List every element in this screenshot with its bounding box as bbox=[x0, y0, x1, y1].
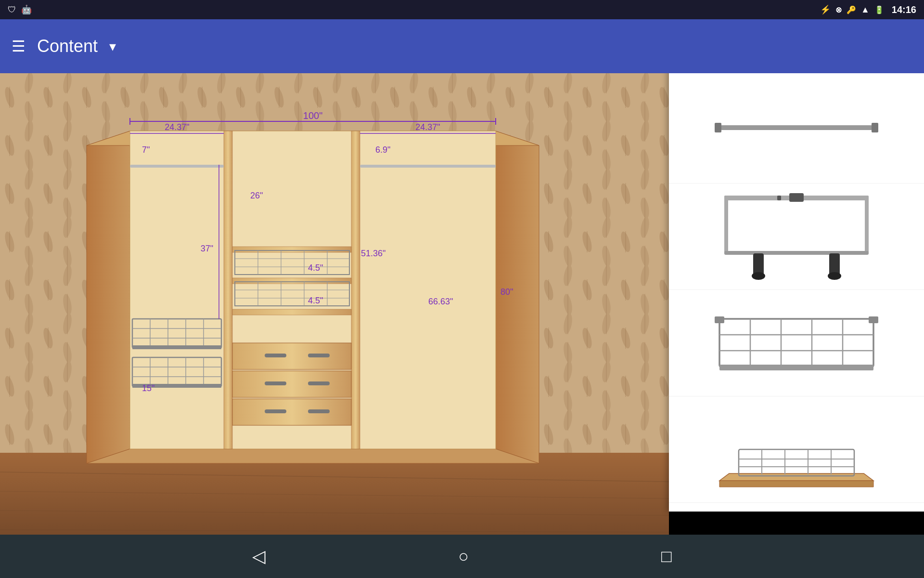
svg-rect-28 bbox=[132, 345, 221, 349]
svg-text:51.36": 51.36" bbox=[361, 249, 385, 258]
unit-item-basket[interactable] bbox=[669, 290, 924, 396]
svg-rect-97 bbox=[719, 365, 873, 370]
content-dropdown[interactable]: ▾ bbox=[109, 39, 116, 54]
svg-rect-39 bbox=[232, 309, 351, 315]
app-title: Content bbox=[37, 36, 98, 56]
svg-text:4.5": 4.5" bbox=[308, 296, 323, 305]
svg-marker-15 bbox=[87, 449, 539, 463]
clock: 14:16 bbox=[892, 4, 916, 15]
unit-image-shelf-basket bbox=[710, 406, 883, 493]
svg-text:24.37": 24.37" bbox=[415, 122, 440, 132]
bluetooth-icon: ⚡ bbox=[820, 4, 831, 15]
unit-image-basket bbox=[710, 300, 883, 386]
svg-rect-88 bbox=[865, 196, 869, 253]
svg-rect-54 bbox=[232, 343, 351, 369]
svg-text:100": 100" bbox=[303, 110, 322, 121]
svg-rect-108 bbox=[739, 449, 854, 476]
svg-marker-14 bbox=[496, 131, 539, 463]
svg-rect-83 bbox=[719, 125, 873, 130]
svg-text:15": 15" bbox=[142, 383, 154, 393]
back-button[interactable]: ◁ bbox=[252, 546, 266, 566]
svg-rect-20 bbox=[130, 165, 224, 168]
svg-text:80": 80" bbox=[500, 287, 513, 297]
add-unit-panel: Add Unit × bbox=[669, 21, 924, 512]
main-3d-view: 100" 24.37" 7" 26" 37" 4.5" 4.5" 51.36" … bbox=[0, 73, 669, 559]
app-bar: ☰ Content ▾ bbox=[0, 19, 924, 73]
svg-rect-56 bbox=[232, 399, 351, 425]
svg-text:24.37": 24.37" bbox=[165, 122, 189, 132]
vpn-icon: 🔑 bbox=[847, 5, 856, 14]
unit-image-pulldown bbox=[710, 193, 883, 280]
svg-marker-107 bbox=[719, 481, 873, 487]
svg-rect-57 bbox=[265, 354, 286, 357]
nav-bar: ◁ ○ □ bbox=[0, 535, 924, 578]
svg-text:37": 37" bbox=[201, 244, 213, 253]
svg-rect-85 bbox=[872, 123, 878, 132]
svg-point-92 bbox=[752, 272, 765, 280]
svg-rect-18 bbox=[224, 131, 232, 449]
svg-text:6.9": 6.9" bbox=[375, 145, 390, 155]
unit-image-rod bbox=[710, 87, 883, 173]
android-icon: 🤖 bbox=[21, 4, 32, 15]
svg-rect-90 bbox=[724, 251, 869, 255]
svg-rect-96 bbox=[719, 319, 873, 367]
svg-rect-104 bbox=[715, 316, 724, 323]
svg-rect-58 bbox=[308, 354, 330, 357]
svg-text:26": 26" bbox=[250, 191, 263, 200]
panel-items-list bbox=[669, 69, 924, 512]
svg-rect-89 bbox=[777, 196, 781, 200]
svg-text:66.63": 66.63" bbox=[428, 297, 453, 306]
svg-rect-19 bbox=[351, 131, 360, 449]
status-right-icons: ⚡ ⊗ 🔑 ▲ 🔋 14:16 bbox=[820, 4, 916, 15]
svg-point-94 bbox=[828, 272, 841, 280]
svg-rect-105 bbox=[869, 316, 878, 323]
shield-icon: 🛡 bbox=[8, 5, 16, 15]
svg-rect-87 bbox=[724, 196, 728, 253]
wifi-icon: ▲ bbox=[861, 5, 870, 15]
svg-text:7": 7" bbox=[142, 145, 150, 155]
svg-rect-38 bbox=[232, 278, 351, 284]
svg-rect-60 bbox=[308, 381, 330, 385]
svg-marker-13 bbox=[87, 131, 130, 463]
svg-rect-95 bbox=[789, 193, 804, 202]
svg-rect-61 bbox=[265, 409, 286, 413]
svg-rect-84 bbox=[715, 123, 721, 132]
svg-rect-63 bbox=[360, 165, 496, 168]
svg-rect-59 bbox=[265, 381, 286, 385]
unit-item-shelf-basket[interactable] bbox=[669, 396, 924, 503]
home-button[interactable]: ○ bbox=[458, 546, 469, 566]
recents-button[interactable]: □ bbox=[661, 546, 672, 566]
unit-item-rod[interactable] bbox=[669, 77, 924, 184]
svg-marker-106 bbox=[719, 473, 873, 481]
battery-icon: 🔋 bbox=[874, 5, 884, 14]
menu-button[interactable]: ☰ bbox=[12, 37, 26, 55]
unit-item-pulldown[interactable] bbox=[669, 184, 924, 290]
status-left-icons: 🛡 🤖 bbox=[8, 4, 32, 15]
svg-text:4.5": 4.5" bbox=[308, 263, 323, 273]
svg-rect-62 bbox=[308, 409, 330, 413]
svg-rect-37 bbox=[232, 247, 351, 252]
status-bar: 🛡 🤖 ⚡ ⊗ 🔑 ▲ 🔋 14:16 bbox=[0, 0, 924, 19]
svg-rect-55 bbox=[232, 371, 351, 397]
signal-icon: ⊗ bbox=[835, 5, 842, 14]
closet-3d-model: 100" 24.37" 7" 26" 37" 4.5" 4.5" 51.36" … bbox=[63, 102, 592, 478]
